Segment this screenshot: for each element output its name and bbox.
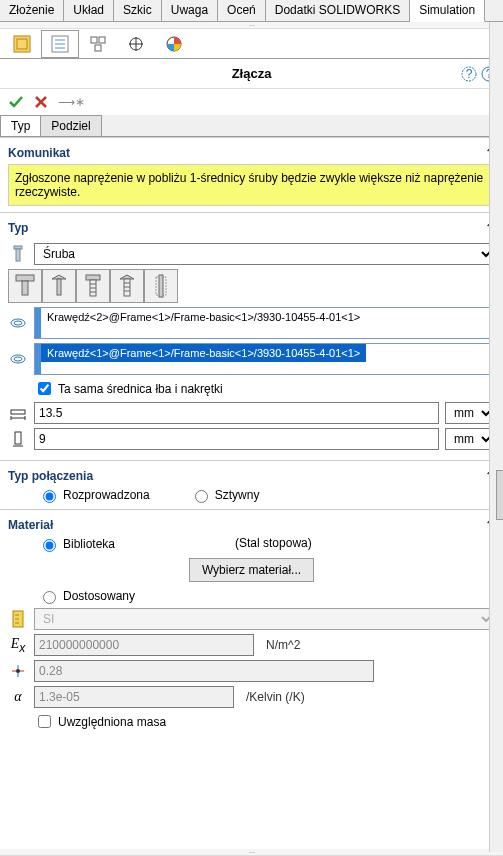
ex-input [34,634,254,656]
unit-select-2[interactable]: mm [445,428,495,450]
section-komunikat: Komunikat ⌃ Zgłoszone naprężenie w pobli… [0,137,503,212]
subtab-podziel[interactable]: Podziel [40,115,101,136]
unit-system-select: SI [34,608,495,630]
section-header-material[interactable]: Materiał ⌃ [8,514,495,536]
bolt-type-5[interactable] [144,269,178,303]
subtabs: Typ Podziel [0,115,503,137]
pin-button[interactable]: ⟶∗ [58,95,85,109]
display-manager-icon[interactable] [155,30,193,58]
svg-rect-45 [15,432,21,444]
svg-rect-41 [11,410,25,414]
ok-button[interactable] [8,94,24,110]
alpha-input [34,686,234,708]
include-mass-checkbox[interactable]: Uwzględniona masa [34,712,166,731]
feature-manager-icon[interactable] [3,30,41,58]
tab-simulation[interactable]: Simulation [410,0,485,22]
drag-handle[interactable]: ⋯ [0,22,503,29]
nu-input [34,660,374,682]
svg-rect-21 [16,275,34,281]
right-flyout-strip[interactable] [489,22,503,852]
edge-item[interactable]: Krawędź<2>@Frame<1>/Frame-basic<1>/3930-… [41,308,366,326]
same-diameter-checkbox[interactable]: Ta sama średnica łba i nakrętki [34,379,223,398]
bolt-type-3[interactable] [76,269,110,303]
bolt-icon [8,245,28,263]
section-header-typ[interactable]: Typ ⌃ [8,217,495,239]
svg-marker-23 [52,275,66,279]
svg-rect-22 [22,281,28,295]
cancel-button[interactable] [34,95,48,109]
bolt-type-buttons [8,269,495,303]
poisson-icon [8,662,28,680]
subtab-typ[interactable]: Typ [0,115,41,136]
svg-marker-30 [120,275,134,279]
panel-title: Złącza [232,66,272,81]
section-header-conn-type[interactable]: Typ połączenia ⌃ [8,465,495,487]
bolt-type-1[interactable] [8,269,42,303]
svg-rect-0 [14,36,30,52]
help-ext-icon[interactable]: ? [461,66,477,82]
edge-selection-1[interactable]: Krawędź<2>@Frame<1>/Frame-basic<1>/3930-… [34,307,495,339]
radio-library[interactable]: Biblioteka [38,536,115,552]
ex-unit: N/m^2 [266,638,300,652]
include-mass-label: Uwzględniona masa [58,715,166,729]
section-title: Materiał [8,518,53,532]
include-mass-input[interactable] [38,715,51,728]
head-diameter-icon [8,404,28,422]
right-resize-handle[interactable] [496,470,503,520]
section-material: Materiał ⌃ Biblioteka (Stal stopowa) Wyb… [0,509,503,741]
tab-zlozenie[interactable]: Złożenie [0,0,64,21]
radio-custom[interactable]: Dostosowany [38,588,495,604]
shank-diameter-icon [8,430,28,448]
edge-selection-2[interactable]: Krawędź<1>@Frame<1>/Frame-basic<1>/3930-… [34,343,495,375]
svg-rect-36 [159,275,163,297]
svg-rect-25 [86,275,100,280]
dimxpert-icon[interactable] [117,30,155,58]
material-name: (Stal stopowa) [235,536,312,552]
ex-symbol: Ex [8,636,28,655]
edge-item[interactable]: Krawędź<1>@Frame<1>/Frame-basic<1>/3930-… [41,344,366,362]
svg-point-38 [14,321,22,325]
svg-point-53 [16,669,20,673]
shank-diameter-input[interactable] [34,428,439,450]
radio-rigid[interactable]: Sztywny [190,487,260,503]
section-title: Typ połączenia [8,469,93,483]
bolt-type-2[interactable] [42,269,76,303]
edge-ring-icon [8,350,28,368]
head-diameter-input[interactable] [34,402,439,424]
tab-uklad[interactable]: Układ [64,0,114,21]
unit-select-1[interactable]: mm [445,402,495,424]
edge-ring-icon [8,314,28,332]
same-diameter-input[interactable] [38,382,51,395]
connector-type-select[interactable]: Śruba [34,243,495,265]
svg-rect-6 [91,37,97,43]
section-typ: Typ ⌃ Śruba Krawędź<2>@Frame<1>/Frame-ba… [0,212,503,460]
svg-rect-24 [57,279,61,295]
panel-title-row: Złącza ? ? [0,59,503,89]
tab-ocen[interactable]: Oceń [218,0,266,21]
alpha-unit: /Kelvin (/K) [246,690,305,704]
config-manager-icon[interactable] [79,30,117,58]
units-icon [8,610,28,628]
property-manager-icon[interactable] [41,30,79,58]
same-diameter-label: Ta sama średnica łba i nakrętki [58,382,223,396]
svg-point-40 [14,357,22,361]
svg-text:?: ? [466,67,473,81]
radio-distributed[interactable]: Rozprowadzona [38,487,150,503]
manager-tabs [0,29,503,59]
tab-szkic[interactable]: Szkic [114,0,162,21]
tab-dodatki[interactable]: Dodatki SOLIDWORKS [266,0,410,21]
command-tabs: Złożenie Układ Szkic Uwaga Oceń Dodatki … [0,0,503,22]
svg-rect-7 [99,37,105,43]
svg-point-37 [11,319,25,327]
section-title: Typ [8,221,28,235]
section-header-komunikat[interactable]: Komunikat ⌃ [8,142,495,164]
section-conn-type: Typ połączenia ⌃ Rozprowadzona Sztywny [0,460,503,509]
action-row: ⟶∗ [0,89,503,115]
svg-point-39 [11,355,25,363]
bolt-type-4[interactable] [110,269,144,303]
content-scroll[interactable]: Komunikat ⌃ Zgłoszone naprężenie w pobli… [0,137,503,849]
choose-material-button[interactable]: Wybierz materiał... [189,558,314,582]
svg-rect-20 [16,249,20,261]
tab-uwaga[interactable]: Uwaga [162,0,218,21]
drag-handle-bottom[interactable]: ⋯ [0,849,503,856]
